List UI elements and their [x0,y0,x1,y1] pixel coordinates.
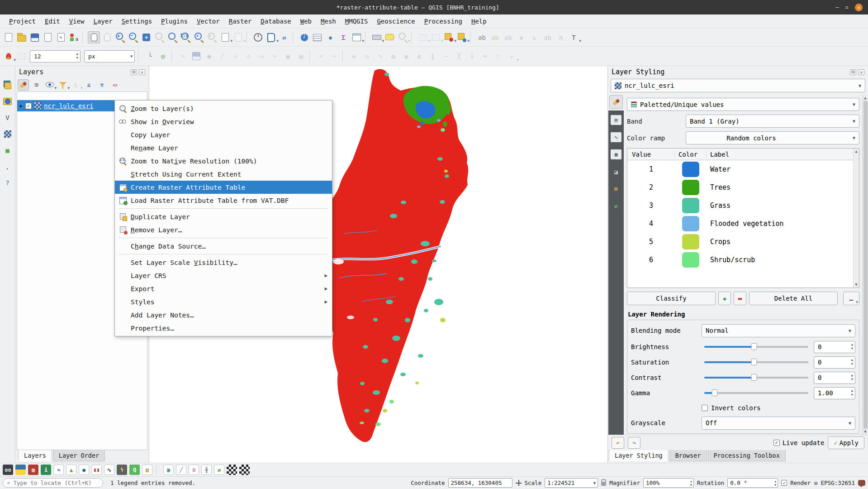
undo[interactable]: ↶ [315,50,327,62]
tab-browser[interactable]: Browser [669,450,707,461]
menu-item-rename-layer[interactable]: Rename Layer [115,141,332,154]
class-label[interactable]: Water [707,165,853,173]
zoom-full[interactable]: + [140,31,152,43]
messages-icon[interactable] [858,480,865,486]
menu-item-zoom-to-layer-s[interactable]: Zoom to Layer(s) [115,102,332,115]
merge-features[interactable]: ┼ [466,50,478,62]
class-row-grass[interactable]: 3Grass [627,197,853,215]
styling-layer-select[interactable]: ncr_lulc_esri ▼ [611,79,865,92]
tab-elevation[interactable]: ⊞ [611,184,621,194]
expand-all[interactable]: ⇊ [83,79,95,91]
band-select[interactable]: Band 1 (Gray) ▼ [686,115,859,128]
copy-features[interactable]: ▣ [282,50,294,62]
label-show-hide[interactable]: ab [502,31,514,43]
move-feature[interactable]: ✥ [348,50,360,62]
paste-features[interactable]: ▤ [295,50,307,62]
add-vector-layer[interactable]: V [1,111,14,124]
new-map-view[interactable]: ▼ [219,31,231,43]
add-mesh-layer[interactable]: ▦ [1,144,14,156]
renderer-select[interactable]: Paletted/Unique values ▼ [627,98,859,111]
fill-ring[interactable]: ◐ [413,50,426,62]
menu-vector[interactable]: Vector [192,16,224,26]
refresh-plugin[interactable]: ⇄ [214,465,224,475]
close-icon[interactable]: ✕ [139,69,145,75]
locator-search[interactable]: ⌕ [3,478,103,488]
class-label[interactable]: Shrub/scrub [707,256,853,264]
class-row-crops[interactable]: 5Crops [627,233,853,251]
project-properties[interactable]: ✎ [55,31,67,43]
style-dock-toggle[interactable] [18,79,29,91]
menu-raster[interactable]: Raster [224,16,256,26]
add-ring[interactable]: ◍ [387,50,399,62]
close-icon[interactable]: ✕ [858,69,864,75]
lock-scale-icon[interactable] [601,482,606,486]
color-swatch[interactable] [682,216,699,231]
menu-layer[interactable]: Layer [89,16,117,26]
globe-plugin[interactable]: ● [79,465,89,475]
add-web-layer[interactable] [1,95,14,107]
class-label[interactable]: Grass [707,201,853,210]
pan-to-selection[interactable] [101,31,113,43]
colored-lines-plugin[interactable]: ≡ [189,465,199,475]
label-rotate[interactable]: ↻ [528,31,541,43]
style-manager[interactable]: a [68,31,80,43]
scale-select[interactable]: 1:224521▼ [545,478,598,488]
deselect-features[interactable]: ▼ [430,31,442,43]
menu-plugins[interactable]: Plugins [157,16,192,26]
apply-button[interactable]: ✓ Apply [828,436,864,449]
edit-pencil[interactable]: ✎ [177,50,189,62]
class-label[interactable]: Flooded vegetation [707,220,853,228]
geocoder[interactable]: ▼ [397,31,409,43]
label-highlight[interactable]: ab [476,31,488,43]
grayscale-select[interactable]: Off ▼ [702,417,855,430]
statistical-summary[interactable] [311,31,323,43]
menu-help[interactable]: Help [467,16,491,26]
menu-item-remove-layer[interactable]: Remove Layer… [115,223,332,236]
menu-item-load-raster-attribute-table-from-vat-dbf[interactable]: Load Raster Attribute Table from VAT.DBF [115,194,332,207]
undock-icon[interactable]: ⧉ [131,69,137,75]
zoom-in[interactable]: + [114,31,126,43]
magnifier-spinner[interactable]: 100%▲▼ [643,478,694,488]
menu-item-properties[interactable]: Properties… [115,321,332,335]
menu-processing[interactable]: Processing [420,16,467,26]
menu-item-export[interactable]: Export▶ [115,282,332,295]
add-line[interactable]: ╱ [216,50,228,62]
class-row-shrub-scrub[interactable]: 6Shrub/scrub [627,251,853,269]
invert-colors-checkbox[interactable] [702,405,708,411]
delete-all-button[interactable]: Delete All [749,292,838,305]
data-source-manager[interactable] [1,79,14,91]
terrain-plugin[interactable]: ▲ [66,465,76,475]
tab-layer-order[interactable]: Layer Order [53,450,105,461]
crs-status[interactable]: EPSG:32651 [821,479,855,486]
cut-features[interactable]: ✂ [269,50,281,62]
zoom-next[interactable]: ▸ [206,31,218,43]
minimize-button[interactable]: – [836,4,839,10]
panel-scrollbar[interactable]: ▲▼ [862,95,868,435]
menu-mmqgis[interactable]: MMQGIS [341,16,373,26]
redo-style-button[interactable]: ↷ [628,437,640,449]
table-grid-plugin[interactable]: ╫ [201,465,212,475]
color-swatch[interactable] [682,198,699,213]
menu-project[interactable]: Project [5,16,40,26]
color-ramp-select[interactable]: Random colors ▼ [686,131,859,144]
brightness-spinner[interactable]: 0▲▼ [814,341,855,353]
menu-item-change-data-source[interactable]: Change Data Source… [115,240,332,253]
chart-plugin[interactable]: ∿ [104,465,114,475]
tab-symbology[interactable] [609,95,623,109]
menu-mesh[interactable]: Mesh [316,16,341,26]
modify-attributes[interactable]: ═ [479,50,491,62]
remove-layer[interactable]: ▭ [109,79,121,91]
class-row-flooded-vegetation[interactable]: 4Flooded vegetation [627,215,853,233]
delete-selected[interactable]: ▭ [256,50,268,62]
tab-layer-styling[interactable]: Layer Styling [609,450,669,461]
digitize-toggle[interactable] [15,50,28,62]
tab-layers[interactable]: Layers [18,450,52,461]
save-edits[interactable] [190,50,202,62]
annotation-text[interactable]: T▼ [568,31,580,43]
add-delimited-text[interactable]: , [1,160,14,173]
contrast-spinner[interactable]: 0▲▼ [814,372,855,384]
menu-edit[interactable]: Edit [40,16,65,26]
map-tips[interactable] [384,31,396,43]
gamma-slider[interactable] [704,392,808,394]
rotate-point[interactable]: ◌ [492,50,504,62]
